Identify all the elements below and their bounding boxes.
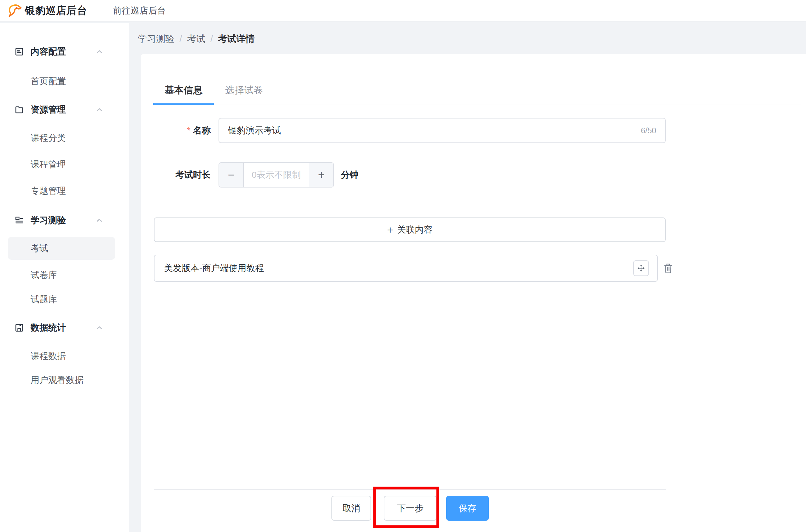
trash-icon — [663, 262, 674, 274]
chevron-up-icon[interactable] — [95, 47, 104, 56]
sidebar-item-label: 课程管理 — [31, 156, 66, 173]
save-button[interactable]: 保存 — [446, 496, 489, 521]
sidebar-item-question-bank[interactable]: 试题库 — [0, 290, 129, 308]
sidebar-item-paper-library[interactable]: 试卷库 — [0, 266, 129, 284]
tab-label: 选择试卷 — [225, 84, 263, 97]
plus-icon: + — [387, 224, 394, 235]
breadcrumb-exam-detail: 考试详情 — [218, 33, 255, 45]
sidebar-item-label: 用户观看数据 — [31, 371, 83, 389]
breadcrumb-separator: / — [210, 34, 213, 44]
tab-bar: 基本信息 选择试卷 — [153, 76, 801, 105]
related-content-title: 美发版本-商户端使用教程 — [164, 262, 264, 274]
drag-handle[interactable] — [633, 260, 649, 276]
sidebar-item-home-config[interactable]: 首页配置 — [0, 73, 129, 90]
exam-name-value: 银豹演示考试 — [228, 125, 281, 136]
sidebar-item-label: 专题管理 — [31, 182, 66, 200]
tab-select-paper[interactable]: 选择试卷 — [214, 76, 274, 104]
stepper-decrease-button[interactable]: − — [219, 163, 244, 187]
cancel-button[interactable]: 取消 — [332, 496, 371, 521]
goto-backend-link[interactable]: 前往巡店后台 — [113, 5, 166, 17]
tab-label: 基本信息 — [165, 84, 203, 97]
sidebar-item-course-data[interactable]: 课程数据 — [0, 347, 129, 365]
sidebar-group-resource-mgmt[interactable]: 资源管理 — [0, 101, 129, 118]
duration-unit-label: 分钟 — [341, 169, 358, 181]
sidebar-item-label: 首页配置 — [31, 73, 66, 90]
duration-input[interactable]: 0表示不限制 — [244, 163, 309, 187]
sidebar-group-label: 内容配置 — [31, 43, 66, 60]
field-label: 考试时长 — [175, 169, 211, 181]
breadcrumb-separator: / — [180, 34, 182, 44]
next-step-button[interactable]: 下一步 — [384, 496, 437, 521]
tab-basic-info[interactable]: 基本信息 — [153, 76, 214, 104]
related-content-item: 美发版本-商户端使用教程 — [154, 255, 658, 282]
folder-icon — [15, 105, 24, 114]
sidebar-group-label: 数据统计 — [31, 319, 66, 337]
chevron-up-icon[interactable] — [95, 215, 104, 225]
related-content-label: 关联内容 — [397, 224, 432, 236]
move-icon — [637, 264, 645, 273]
sidebar-item-course-mgmt[interactable]: 课程管理 — [0, 156, 129, 173]
app-title: 银豹巡店后台 — [25, 4, 87, 18]
footer-divider — [154, 489, 666, 490]
sidebar-group-label: 学习测验 — [31, 211, 66, 229]
exam-name-input[interactable]: 银豹演示考试 6/50 — [219, 118, 666, 143]
breadcrumb-exam[interactable]: 考试 — [187, 33, 205, 45]
duration-stepper: − 0表示不限制 + — [219, 162, 334, 188]
delete-item-button[interactable] — [663, 262, 674, 274]
exam-name-row: * 名称 银豹演示考试 6/50 — [154, 118, 666, 143]
sidebar-item-topic-mgmt[interactable]: 专题管理 — [0, 182, 129, 200]
footer-actions: 取消 下一步 保存 — [154, 496, 666, 521]
sidebar-group-learning-test[interactable]: 学习测验 — [0, 211, 129, 229]
sidebar-item-exam[interactable]: 考试 — [0, 240, 129, 257]
exam-duration-row: 考试时长 − 0表示不限制 + 分钟 — [154, 162, 666, 188]
related-content-row: 美发版本-商户端使用教程 — [154, 255, 674, 282]
stepper-increase-button[interactable]: + — [309, 163, 333, 187]
quiz-list-icon — [15, 215, 24, 225]
sidebar-item-label: 课程数据 — [31, 347, 66, 365]
sidebar-nav: 内容配置 首页配置 资源管理 课程分类 课程管理 专题管理 学习测验 考试 试卷… — [0, 23, 129, 532]
exam-name-label: * 名称 — [154, 125, 211, 136]
content-card: 基本信息 选择试卷 * 名称 银豹演示考试 6/50 考试时长 − 0表示不限制… — [140, 54, 806, 532]
sidebar-item-course-category[interactable]: 课程分类 — [0, 129, 129, 147]
sidebar-item-user-watch-data[interactable]: 用户观看数据 — [0, 371, 129, 389]
breadcrumb-learning-test[interactable]: 学习测验 — [138, 33, 174, 45]
app-header: 银豹巡店后台 前往巡店后台 — [0, 0, 806, 22]
sidebar-group-data-stats[interactable]: 数据统计 — [0, 319, 129, 337]
char-counter: 6/50 — [641, 126, 656, 135]
document-config-icon — [15, 47, 24, 56]
sidebar-group-label: 资源管理 — [31, 101, 66, 118]
required-asterisk: * — [187, 126, 190, 135]
field-label: 名称 — [193, 125, 211, 136]
sidebar-group-content-config[interactable]: 内容配置 — [0, 43, 129, 60]
sidebar-item-label: 试题库 — [31, 290, 57, 308]
leopard-logo-icon — [8, 3, 22, 19]
exam-duration-label: 考试时长 — [154, 169, 211, 181]
breadcrumb: 学习测验 / 考试 / 考试详情 — [138, 33, 255, 45]
chevron-up-icon[interactable] — [95, 323, 104, 332]
data-stats-icon — [15, 323, 24, 332]
chevron-up-icon[interactable] — [95, 105, 104, 114]
sidebar-item-label: 试卷库 — [31, 266, 57, 284]
duration-placeholder: 0表示不限制 — [251, 169, 301, 181]
sidebar-item-label: 考试 — [31, 240, 48, 257]
sidebar-item-label: 课程分类 — [31, 129, 66, 147]
add-related-content-button[interactable]: + 关联内容 — [154, 217, 666, 242]
